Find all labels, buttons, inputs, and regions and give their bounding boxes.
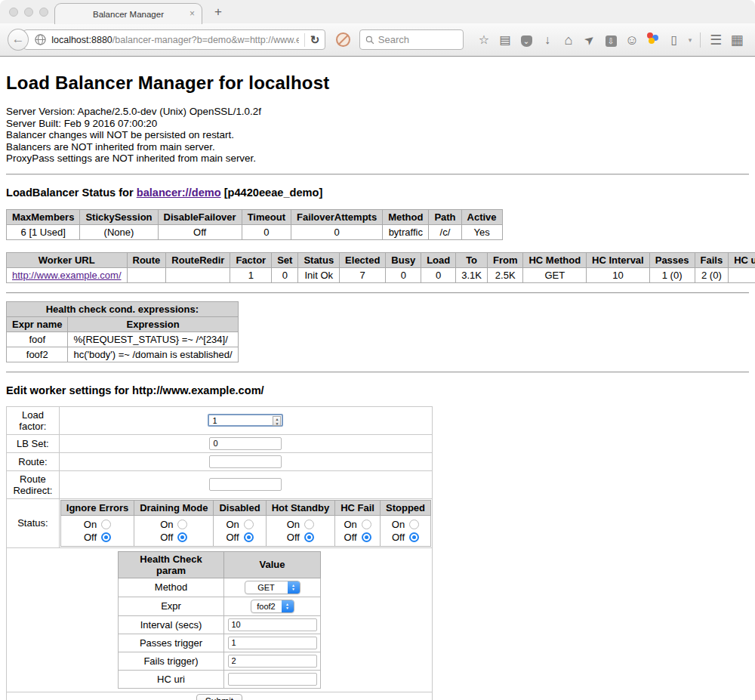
passes-input[interactable] [228,637,317,649]
radio-draining-mode-on[interactable] [177,520,187,529]
field-label: Route: [7,452,60,470]
window-minimize-button[interactable] [24,8,33,17]
radio-disabled-off[interactable] [244,532,254,542]
column-header: HC Method [523,252,587,267]
cell-path: /c/ [429,224,461,239]
content-blocked-icon[interactable] [336,32,350,47]
form-row-lb-set: LB Set: [7,434,433,452]
column-header: DisableFailover [158,209,242,224]
status-cell-hot-standby: On Off [266,515,335,546]
panel-download-icon[interactable]: ⇩ [600,32,621,48]
window-close-button[interactable] [9,8,18,17]
column-header: Expr name [7,316,68,331]
divider [6,174,749,175]
interval-input[interactable] [228,618,317,631]
cell-status: Init Ok [298,267,340,282]
balancer-demo-link[interactable]: balancer://demo [137,187,221,199]
send-tab-icon[interactable]: ➤ [577,27,602,52]
worker-url-link[interactable]: http://www.example.com/ [12,270,122,281]
radio-hot-standby-off[interactable] [304,532,314,542]
column-header: Status [298,252,340,267]
radio-disabled-on[interactable] [244,520,254,529]
field-label: Load factor: [7,406,60,434]
cell-passes: 1 (0) [649,267,695,282]
browser-tab[interactable]: Balancer Manager × [54,3,202,24]
cell-timeout: 0 [242,224,291,239]
back-button[interactable]: ← [8,29,29,51]
cell-from: 2.5K [487,267,523,282]
pocket-icon[interactable]: ⌄ [516,32,537,48]
bookmark-star-icon[interactable]: ☆ [473,32,495,48]
table-header-row: MaxMembers StickySession DisableFailover… [7,209,503,224]
radio-hc-fail-off[interactable] [362,532,371,542]
urlbar-divider [304,33,305,47]
hc-uri-input[interactable] [228,673,317,686]
column-header: Value [224,551,321,578]
expr-select[interactable]: foof2 ▲▼ [251,600,294,613]
radio-ignore-errors-off[interactable] [101,532,111,542]
edit-worker-heading: Edit worker settings for http://www.exam… [6,384,749,396]
toolbar-divider [700,32,701,48]
field-label: LB Set: [7,434,60,452]
fails-input[interactable] [228,655,317,668]
chat-smiley-icon[interactable]: ☺ [621,32,643,48]
persist-notice-line: Balancer changes will NOT be persisted o… [6,129,749,141]
form-row-load-factor: Load factor: ▲▼ [7,406,433,434]
downloads-icon[interactable]: ↓ [537,32,558,48]
param-label: Interval (secs) [119,615,224,634]
lb-set-input[interactable] [209,437,282,450]
hc-param-row-passes: Passes trigger [119,634,321,652]
column-header: Fails [695,252,729,267]
column-header: Method [383,209,429,224]
method-select[interactable]: GET ▲▼ [245,581,300,594]
window-zoom-button[interactable] [39,8,48,17]
divider [6,372,749,373]
status-cell-draining-mode: On Off [134,515,214,546]
param-label: Method [119,578,224,597]
edit-worker-form: Load factor: ▲▼ LB Set: Route: [6,406,433,700]
search-bar[interactable] [359,29,464,50]
cell-expr-name: foof2 [7,347,68,362]
submit-button[interactable]: Submit [196,694,242,700]
address-bar[interactable]: localhost:8880/balancer-manager?b=demo&w… [23,29,325,50]
column-header: Active [461,209,502,224]
form-row-status: Status: Ignore Errors Draining Mode Disa… [7,498,433,547]
new-tab-button[interactable]: + [214,5,222,20]
browser-tab-bar: Balancer Manager × + [0,0,755,23]
proxypass-notice-line: ProxyPass settings are NOT inherited fro… [6,153,749,165]
column-header: From [487,252,523,267]
colors-extension-icon[interactable] [643,32,664,48]
table-row: foof %{REQUEST_STATUS} =~ /^[234]/ [7,331,239,347]
radio-stopped-off[interactable] [409,532,419,542]
keyboard-grid-icon[interactable]: ▦ [726,32,747,48]
reload-icon[interactable]: ↻ [310,33,320,47]
radio-ignore-errors-on[interactable] [101,520,111,529]
column-header: Elected [340,252,386,267]
radio-hc-fail-on[interactable] [362,520,371,529]
column-header: RouteRedir [166,252,230,267]
number-spinner-icon[interactable]: ▲▼ [273,416,281,426]
radio-stopped-on[interactable] [409,520,419,529]
route-input[interactable] [209,455,282,468]
overflow-caret-icon[interactable]: ▾ [685,32,695,48]
radio-hot-standby-on[interactable] [304,520,314,529]
column-header: Load [421,252,456,267]
container-icon[interactable]: ▯ [664,32,685,48]
column-header: Route [127,252,166,267]
search-input[interactable] [378,34,454,45]
load-factor-input[interactable] [208,414,283,427]
status-cell-disabled: On Off [214,515,266,546]
reading-list-icon[interactable]: ▤ [495,32,516,48]
cell-load: 0 [421,267,456,282]
column-header: Passes [649,252,695,267]
cell-elected: 7 [340,267,386,282]
tab-close-icon[interactable]: × [190,9,195,18]
column-header: Set [272,252,298,267]
hamburger-menu-icon[interactable]: ☰ [705,32,726,48]
radio-draining-mode-off[interactable] [177,532,187,542]
cell-set: 0 [272,267,298,282]
table-header-row: Expr name Expression [7,316,239,331]
home-icon[interactable]: ⌂ [558,32,579,48]
window-traffic-lights [9,8,48,17]
route-redirect-input[interactable] [209,478,282,491]
